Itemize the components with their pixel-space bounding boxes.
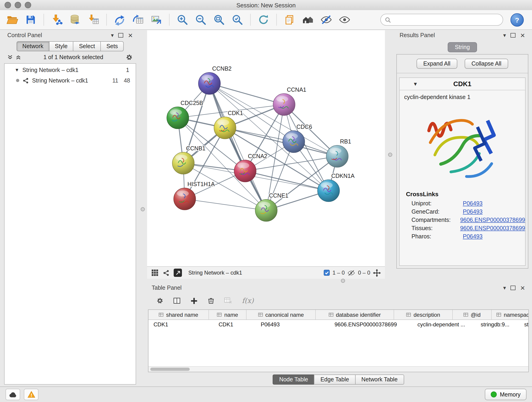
crosslink-link[interactable]: 9606.ENSP00000378699: [460, 225, 525, 231]
column-header-description[interactable]: description: [394, 310, 453, 319]
panel-close-icon[interactable]: ✕: [520, 32, 525, 38]
network-edge[interactable]: [185, 199, 266, 211]
network-node-HIST1H1A[interactable]: HIST1H1A: [174, 181, 215, 210]
collapse-all-button[interactable]: Collapse All: [465, 59, 508, 69]
horizontal-scrollbar[interactable]: [148, 366, 528, 372]
column-header-shared-name[interactable]: shared name: [148, 310, 209, 319]
panel-float-icon[interactable]: [118, 33, 123, 38]
table-cell[interactable]: P06493: [256, 320, 329, 330]
import-table-from-file-button[interactable]: [86, 12, 101, 27]
network-edge[interactable]: [209, 83, 284, 104]
table-cell[interactable]: 9606.ENSP00000378699: [329, 320, 412, 330]
export-table-button[interactable]: [130, 12, 146, 27]
network-node-RB1[interactable]: RB1: [326, 138, 351, 167]
panel-collapse-icon[interactable]: ▾: [503, 285, 506, 291]
panel-collapse-icon[interactable]: ▾: [111, 32, 114, 38]
hidden-eye-slash-icon[interactable]: [348, 270, 355, 276]
import-network-from-database-button[interactable]: [67, 12, 83, 27]
open-in-new-window-button[interactable]: [174, 269, 182, 277]
control-tab-style[interactable]: Style: [49, 41, 74, 51]
column-header-name[interactable]: name: [209, 310, 247, 319]
memory-button[interactable]: Memory: [485, 389, 526, 400]
column-header-canonical-name[interactable]: canonical name: [247, 310, 316, 319]
minimize-window-button[interactable]: [15, 2, 21, 8]
table-cell[interactable]: CDK1: [148, 320, 214, 330]
table-cell[interactable]: stringdb:9...: [476, 320, 519, 330]
table-cell[interactable]: CDK1: [214, 320, 256, 330]
network-icon[interactable]: [163, 269, 170, 276]
control-tab-sets[interactable]: Sets: [100, 41, 124, 51]
zoom-out-button[interactable]: [193, 12, 209, 27]
warnings-button[interactable]: [24, 389, 38, 400]
splitter-handle[interactable]: [388, 153, 392, 157]
zoom-window-button[interactable]: [25, 2, 31, 8]
column-header-namespac[interactable]: namespac: [492, 310, 529, 319]
table-tab-edge-table[interactable]: Edge Table: [314, 375, 355, 385]
search-field[interactable]: [380, 14, 503, 26]
delete-column-icon[interactable]: [208, 297, 215, 304]
gear-icon[interactable]: [126, 54, 133, 61]
network-node-CCNB2[interactable]: CCNB2: [198, 65, 232, 95]
scrollbar-thumb[interactable]: [150, 368, 190, 371]
control-tab-select[interactable]: Select: [73, 41, 101, 51]
crosslink-link[interactable]: P06493: [463, 200, 482, 207]
table-cell[interactable]: cyclin-dependent ...: [412, 320, 476, 330]
zoom-fit-button[interactable]: [211, 12, 227, 27]
crosslink-link[interactable]: 9606.ENSP00000378699: [460, 217, 525, 223]
network-row-selected[interactable]: String Network – cdk1 11 48: [5, 75, 136, 86]
new-network-from-selection-button[interactable]: [112, 12, 127, 27]
network-graph-canvas[interactable]: CCNB2CCNA1CDC25BCDK1CDC6RB1CCNB1CCNA2CDK…: [147, 30, 385, 266]
close-window-button[interactable]: [5, 2, 11, 8]
panel-close-icon[interactable]: ✕: [520, 285, 525, 291]
network-edge[interactable]: [225, 128, 337, 156]
panel-float-icon[interactable]: [510, 286, 515, 290]
copy-button[interactable]: [282, 12, 298, 27]
network-edge[interactable]: [209, 83, 266, 211]
splitter-handle[interactable]: [341, 279, 345, 283]
control-tab-network[interactable]: Network: [17, 41, 50, 51]
home-button[interactable]: [300, 12, 316, 27]
import-network-from-file-button[interactable]: [49, 12, 65, 27]
column-header--id[interactable]: @id: [453, 310, 492, 319]
network-edge[interactable]: [245, 171, 329, 191]
search-input[interactable]: [394, 16, 499, 23]
gene-section-header[interactable]: ▼ CDK1: [399, 78, 525, 90]
birdseye-grid-icon[interactable]: [151, 269, 158, 276]
panel-float-icon[interactable]: [510, 33, 515, 38]
splitter-handle[interactable]: [141, 207, 145, 211]
cloud-button[interactable]: [6, 389, 20, 400]
network-collection-row[interactable]: ▼ String Network – cdk1 1: [5, 65, 136, 75]
network-node-CDC25B[interactable]: CDC25B: [167, 100, 203, 129]
network-node-CDK1[interactable]: CDK1: [214, 110, 243, 139]
zoom-selected-button[interactable]: [230, 12, 245, 27]
table-cell[interactable]: stringdb: [519, 320, 529, 330]
tree-expand-icon[interactable]: ▼: [15, 67, 19, 72]
open-session-button[interactable]: [5, 12, 20, 27]
section-expand-icon[interactable]: ▼: [413, 81, 418, 87]
panel-close-icon[interactable]: ✕: [128, 32, 133, 38]
expand-all-button[interactable]: Expand All: [417, 59, 457, 69]
export-image-button[interactable]: [148, 12, 164, 27]
table-row[interactable]: CDK1CDK1P064939606.ENSP00000378699cyclin…: [148, 320, 528, 330]
network-node-CCNA1[interactable]: CCNA1: [273, 86, 306, 115]
crosslink-link[interactable]: P06493: [463, 209, 482, 215]
gear-icon[interactable]: [156, 297, 164, 304]
column-header-database-identifier[interactable]: database identifier: [316, 310, 394, 319]
selected-checkbox-icon[interactable]: [323, 269, 330, 276]
add-column-icon[interactable]: [190, 297, 198, 305]
panel-collapse-icon[interactable]: ▾: [503, 32, 506, 38]
save-session-button[interactable]: [23, 12, 38, 27]
tab-string[interactable]: String: [447, 42, 477, 52]
collapse-all-icon[interactable]: [7, 55, 13, 60]
refresh-button[interactable]: [256, 12, 271, 27]
crosshair-move-icon[interactable]: [373, 269, 381, 277]
function-builder-button[interactable]: f(x): [242, 297, 254, 305]
table-tab-node-table[interactable]: Node Table: [273, 375, 315, 385]
network-node-CDKN1A[interactable]: CDKN1A: [317, 172, 355, 202]
show-panel-button[interactable]: [337, 12, 352, 27]
zoom-in-button[interactable]: [175, 12, 190, 27]
table-tab-network-table[interactable]: Network Table: [355, 375, 404, 385]
hide-panel-button[interactable]: [318, 12, 334, 27]
expand-all-icon[interactable]: [16, 55, 21, 60]
show-columns-icon[interactable]: [173, 297, 181, 304]
